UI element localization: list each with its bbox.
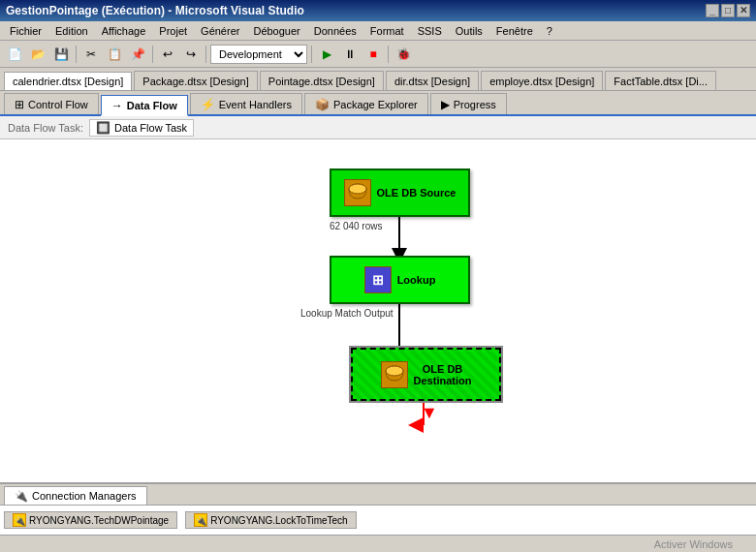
- separator-3: [205, 46, 206, 63]
- main-canvas[interactable]: OLE DB Source 62 040 rows ⊞ Lookup Looku…: [0, 139, 756, 482]
- doc-tabs: calendrier.dtsx [Design] Package.dtsx [D…: [0, 68, 756, 91]
- conn-label-1: RYONGYANG.TechDWPointage: [29, 515, 169, 526]
- separator-4: [311, 46, 312, 63]
- ole-dest-icon: [381, 361, 408, 388]
- menu-affichage[interactable]: Affichage: [96, 24, 152, 38]
- menu-generer[interactable]: Générer: [195, 24, 245, 38]
- ole-db-source[interactable]: OLE DB Source: [330, 169, 470, 217]
- menu-donnees[interactable]: Données: [308, 24, 362, 38]
- save-button[interactable]: 💾: [50, 44, 72, 65]
- conn-icon-2: 🔌: [194, 513, 207, 527]
- activate-windows-text: Activer Windows: [654, 538, 733, 550]
- redo-button[interactable]: ↪: [180, 44, 202, 65]
- menu-bar: Fichier Edition Affichage Projet Générer…: [0, 21, 756, 41]
- lookup-icon: ⊞: [364, 266, 392, 293]
- config-dropdown[interactable]: Development: [210, 45, 307, 64]
- tab-data-flow[interactable]: → Data Flow: [101, 95, 188, 116]
- debug-button[interactable]: 🐞: [393, 44, 414, 65]
- svg-point-8: [386, 366, 403, 376]
- paste-button[interactable]: 📌: [127, 44, 148, 65]
- menu-projet[interactable]: Projet: [153, 24, 193, 38]
- stop-button[interactable]: ■: [362, 44, 384, 65]
- separator-1: [76, 46, 77, 63]
- tab-data-flow-label: Data Flow: [127, 100, 177, 111]
- ole-dest-label: OLE DBDestination: [414, 363, 472, 386]
- tab-progress[interactable]: ▶ Progress: [430, 93, 507, 114]
- pause-button[interactable]: ⏸: [339, 44, 361, 65]
- lookup-component[interactable]: ⊞ Lookup: [330, 256, 470, 304]
- open-button[interactable]: 📂: [27, 44, 48, 65]
- package-explorer-icon: 📦: [315, 98, 330, 111]
- breadcrumb-value[interactable]: 🔲 Data Flow Task: [89, 119, 194, 137]
- error-arrow: ▼: [421, 403, 438, 423]
- title-text: GestionPointage (Exécution) - Microsoft …: [6, 4, 304, 17]
- menu-help[interactable]: ?: [541, 24, 558, 38]
- tab-control-flow-label: Control Flow: [28, 99, 88, 110]
- menu-debogueur[interactable]: Déboguer: [247, 24, 305, 38]
- tab-control-flow[interactable]: ⊞ Control Flow: [4, 93, 99, 114]
- ole-source-icon: [344, 179, 371, 206]
- new-button[interactable]: 📄: [4, 44, 25, 65]
- doc-tab-pointage[interactable]: Pointage.dtsx [Design]: [260, 71, 384, 90]
- breadcrumb-label: Data Flow Task:: [8, 122, 83, 134]
- menu-fenetre[interactable]: Fenêtre: [490, 24, 539, 38]
- bottom-panel: 🔌 Connection Managers 🔌 RYONGYANG.TechDW…: [0, 482, 756, 535]
- event-handlers-icon: ⚡: [201, 98, 215, 111]
- tab-package-explorer[interactable]: 📦 Package Explorer: [304, 93, 428, 114]
- doc-tab-dir[interactable]: dir.dtsx [Design]: [386, 71, 479, 90]
- connection-managers-label: Connection Managers: [32, 490, 137, 502]
- bottom-content: 🔌 RYONGYANG.TechDWPointage 🔌 RYONGYANG.L…: [0, 506, 756, 535]
- separator-5: [388, 46, 389, 63]
- menu-outils[interactable]: Outils: [450, 24, 488, 38]
- minimize-button[interactable]: _: [706, 4, 719, 17]
- doc-tab-facttable[interactable]: FactTable.dtsx [Di...: [605, 71, 716, 90]
- conn-icon-1: 🔌: [13, 513, 26, 527]
- status-bar: Activer Windows: [0, 535, 756, 552]
- data-flow-icon: →: [111, 99, 123, 112]
- tab-package-explorer-label: Package Explorer: [333, 99, 418, 110]
- progress-icon: ▶: [441, 98, 450, 111]
- title-bar: GestionPointage (Exécution) - Microsoft …: [0, 0, 756, 21]
- conn-label-2: RYONGYANG.LockToTimeTech: [210, 515, 348, 526]
- copy-button[interactable]: 📋: [104, 44, 125, 65]
- rows-label: 62 040 rows: [330, 221, 382, 231]
- tab-event-handlers-label: Event Handlers: [219, 99, 292, 110]
- menu-ssis[interactable]: SSIS: [412, 24, 448, 38]
- connection-managers-tab[interactable]: 🔌 Connection Managers: [4, 486, 147, 505]
- separator-2: [152, 46, 153, 63]
- menu-fichier[interactable]: Fichier: [4, 24, 47, 38]
- doc-tab-employe[interactable]: employe.dtsx [Design]: [481, 71, 603, 90]
- toolbar: 📄 📂 💾 ✂ 📋 📌 ↩ ↪ Development ▶ ⏸ ■ 🐞: [0, 41, 756, 68]
- doc-tab-package[interactable]: Package.dtsx [Design]: [134, 71, 257, 90]
- menu-format[interactable]: Format: [364, 24, 410, 38]
- bottom-tabs: 🔌 Connection Managers: [0, 484, 756, 506]
- menu-edition[interactable]: Edition: [49, 24, 94, 38]
- connection-managers-icon: 🔌: [15, 490, 28, 503]
- svg-point-6: [349, 184, 366, 194]
- lookup-label: Lookup: [397, 274, 436, 286]
- undo-button[interactable]: ↩: [157, 44, 178, 65]
- start-button[interactable]: ▶: [316, 44, 337, 65]
- design-canvas[interactable]: OLE DB Source 62 040 rows ⊞ Lookup Looku…: [0, 139, 756, 482]
- tab-progress-label: Progress: [454, 99, 496, 110]
- connection-item-2[interactable]: 🔌 RYONGYANG.LockToTimeTech: [185, 511, 357, 529]
- title-bar-buttons[interactable]: _ □ ✕: [706, 4, 750, 17]
- maximize-button[interactable]: □: [721, 4, 735, 17]
- ole-db-destination[interactable]: OLE DBDestination: [351, 348, 501, 401]
- breadcrumb: Data Flow Task: 🔲 Data Flow Task: [0, 116, 756, 139]
- doc-tab-calendrier[interactable]: calendrier.dtsx [Design]: [4, 72, 132, 91]
- control-flow-icon: ⊞: [15, 98, 24, 111]
- tab-event-handlers[interactable]: ⚡ Event Handlers: [190, 93, 302, 114]
- cut-button[interactable]: ✂: [80, 44, 102, 65]
- close-button[interactable]: ✕: [737, 4, 750, 17]
- lookup-output-label: Lookup Match Output: [300, 308, 394, 319]
- connection-item-1[interactable]: 🔌 RYONGYANG.TechDWPointage: [4, 511, 177, 529]
- ole-source-label: OLE DB Source: [377, 187, 457, 199]
- breadcrumb-task-name: Data Flow Task: [114, 122, 187, 134]
- inner-tabs: ⊞ Control Flow → Data Flow ⚡ Event Handl…: [0, 91, 756, 116]
